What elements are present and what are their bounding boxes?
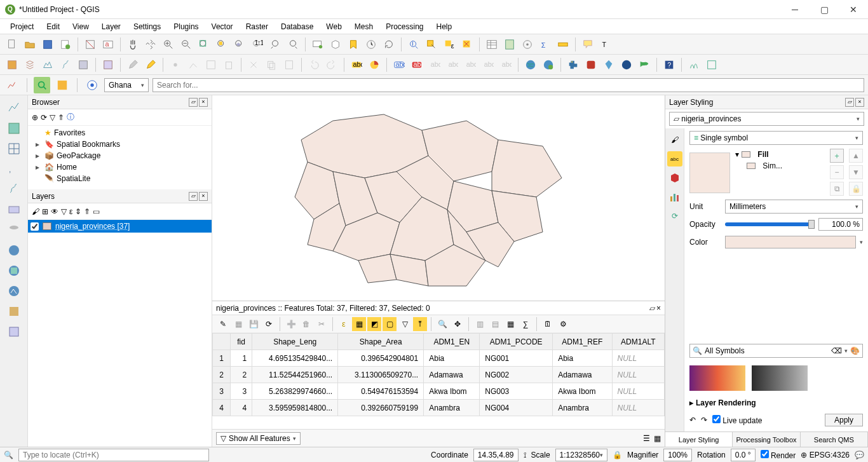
layout-manager-icon[interactable]: a: [100, 36, 116, 53]
pan-icon[interactable]: [125, 36, 141, 53]
history-tab-icon[interactable]: ⟳: [667, 208, 682, 224]
coordinate-field[interactable]: 14.35,4.89: [473, 449, 519, 461]
add-postgis-icon[interactable]: [5, 221, 23, 239]
measure-icon[interactable]: [555, 36, 571, 53]
deselect-all-icon[interactable]: ▢: [383, 317, 397, 331]
add-feature-row-icon[interactable]: ➕: [284, 317, 298, 331]
reload-table-icon[interactable]: ⟳: [262, 317, 276, 331]
table-row[interactable]: 4 4 3.595959814800... 0.392660759199 Ana…: [213, 400, 665, 416]
add-wms-icon[interactable]: [5, 241, 23, 259]
diagrams-tab-icon[interactable]: [667, 189, 682, 205]
form-view-icon[interactable]: ☰: [643, 434, 650, 443]
move-up-button[interactable]: ▲: [849, 149, 863, 163]
menu-processing[interactable]: Processing: [381, 21, 428, 32]
new-print-layout-icon[interactable]: [57, 36, 74, 53]
rotation-field[interactable]: 0.0 °: [731, 449, 756, 461]
select-features-icon[interactable]: [423, 36, 440, 53]
color-picker[interactable]: [725, 236, 856, 248]
opacity-input[interactable]: [818, 218, 863, 231]
delete-feature-row-icon[interactable]: 🗑: [299, 317, 313, 331]
add-virtual-layer-icon[interactable]: [5, 201, 23, 219]
quick-osm-icon[interactable]: [34, 77, 50, 93]
add-wcs-icon[interactable]: [5, 262, 23, 280]
menu-raster[interactable]: Raster: [241, 21, 273, 32]
move-down-button[interactable]: ▼: [849, 165, 863, 179]
add-vector-layer-icon[interactable]: [5, 99, 23, 117]
move-top-icon[interactable]: ⤒: [413, 317, 427, 331]
add-raster-layer-icon[interactable]: [5, 119, 23, 137]
toggle-extents-icon[interactable]: ⟟: [524, 451, 526, 459]
highlight-label-icon[interactable]: abc: [409, 57, 425, 73]
add-delimited-text-icon[interactable]: ,: [5, 160, 23, 178]
quick-search-icon[interactable]: 🔍: [4, 451, 13, 459]
geocoder-country-combo[interactable]: Ghana ▾: [104, 78, 149, 92]
symbol-search[interactable]: 🔍 All Symbols ⌫ ▾ 🎨: [689, 344, 863, 358]
menu-settings[interactable]: Settings: [128, 21, 166, 32]
vertex-tool-icon[interactable]: [185, 57, 201, 73]
web-globe2-icon[interactable]: [540, 57, 557, 73]
save-edits-icon[interactable]: [142, 57, 159, 73]
menu-project[interactable]: Project: [5, 21, 39, 32]
menu-layer[interactable]: Layer: [97, 21, 126, 32]
add-wfs-icon[interactable]: [5, 282, 23, 300]
annotation-icon[interactable]: T: [597, 36, 614, 53]
zoom-selection-icon[interactable]: [214, 36, 230, 53]
panel-undock-icon[interactable]: ▱: [845, 98, 854, 107]
save-edits-icon[interactable]: 💾: [247, 317, 261, 331]
undo-style-icon[interactable]: ↶: [689, 416, 696, 425]
select-by-value-icon[interactable]: ε: [441, 36, 458, 53]
panel-undock-icon[interactable]: ▱: [189, 98, 198, 107]
select-all-icon[interactable]: ▦: [352, 317, 366, 331]
redo-icon[interactable]: [323, 57, 340, 73]
add-mesh-layer-icon[interactable]: [5, 140, 23, 158]
cut-row-icon[interactable]: ✂: [315, 317, 329, 331]
maptips-icon[interactable]: [580, 36, 596, 53]
panel-close-icon[interactable]: ×: [855, 98, 864, 107]
add-symbol-layer-button[interactable]: ＋: [830, 149, 844, 163]
locator-input[interactable]: [18, 449, 209, 461]
symbol-swatch[interactable]: [752, 365, 808, 391]
save-project-icon[interactable]: [39, 36, 56, 53]
style-manager-icon[interactable]: 🎨: [850, 346, 860, 355]
coord-capture-icon[interactable]: [4, 77, 20, 93]
redo-style-icon[interactable]: ↷: [701, 416, 707, 425]
filter-legend-icon[interactable]: ▽: [61, 207, 67, 216]
panel-close-icon[interactable]: ×: [199, 98, 208, 107]
plugin-red-icon[interactable]: [583, 57, 599, 73]
grass-tools-icon[interactable]: [686, 57, 702, 73]
new-map-view-icon[interactable]: [309, 36, 326, 53]
statistics-icon[interactable]: Σ: [537, 36, 553, 53]
menu-plugins[interactable]: Plugins: [168, 21, 203, 32]
pan-to-selected-icon[interactable]: ✥: [451, 317, 465, 331]
show-label-icon[interactable]: abc: [444, 57, 461, 73]
properties-icon[interactable]: ⓘ: [67, 112, 74, 123]
field-calculator-icon[interactable]: [501, 36, 518, 53]
new-3d-view-icon[interactable]: [327, 36, 344, 53]
copy-icon[interactable]: [263, 57, 280, 73]
maximize-button[interactable]: ▢: [810, 0, 839, 19]
style-manager-icon[interactable]: [82, 36, 98, 53]
move-label-icon[interactable]: abc: [462, 57, 478, 73]
opacity-slider[interactable]: [725, 222, 815, 226]
live-update-checkbox[interactable]: Live update: [712, 415, 762, 425]
qms-icon[interactable]: [54, 77, 71, 93]
layers-tree[interactable]: nigeria_provinces [37]: [28, 220, 212, 447]
undo-icon[interactable]: [306, 57, 322, 73]
zoom-last-icon[interactable]: [267, 36, 283, 53]
zoom-native-icon[interactable]: 1:1: [249, 36, 266, 53]
lock-button[interactable]: 🔒: [849, 182, 863, 196]
paste-icon[interactable]: [281, 57, 297, 73]
new-field-icon[interactable]: ▥: [473, 317, 487, 331]
new-shapefile-icon[interactable]: [39, 57, 56, 73]
crs-button[interactable]: ⊕ EPSG:4326: [801, 451, 850, 459]
zoom-out-icon[interactable]: [178, 36, 194, 53]
add-xyz-icon[interactable]: [5, 302, 23, 320]
refresh-icon[interactable]: [381, 36, 397, 53]
panel-close-icon[interactable]: ×: [656, 304, 661, 313]
collapse-all-layers-icon[interactable]: ⇑: [84, 207, 90, 216]
grass-region-icon[interactable]: [703, 57, 720, 73]
clear-icon[interactable]: ⌫: [831, 346, 842, 355]
menu-view[interactable]: View: [67, 21, 94, 32]
new-bookmark-icon[interactable]: [345, 36, 362, 53]
plugin-green-icon[interactable]: [636, 57, 653, 73]
